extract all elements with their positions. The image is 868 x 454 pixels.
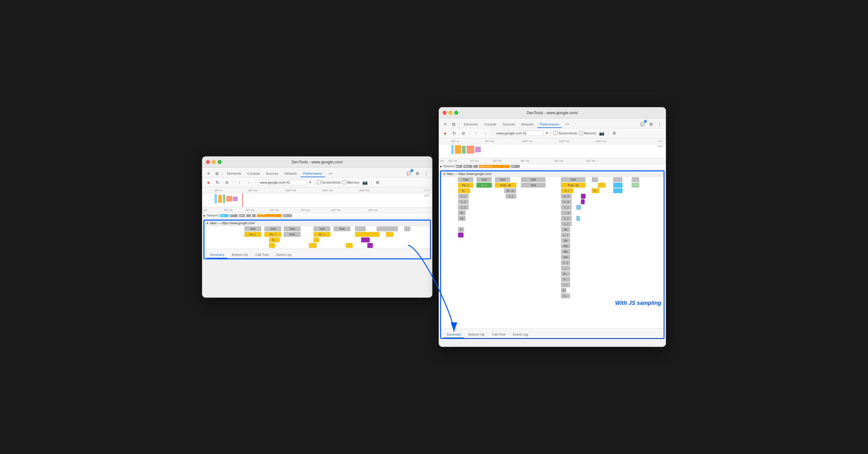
right-task-5[interactable]: Task [561, 177, 586, 182]
right-prp-2[interactable] [581, 199, 585, 204]
left-cursor-icon[interactable]: ⌖ [205, 170, 212, 177]
left-url-input[interactable] [257, 180, 307, 185]
right-clear-btn[interactable]: ⊘ [460, 130, 467, 137]
left-y3[interactable] [346, 243, 352, 248]
right-ze[interactable]: z...e [561, 199, 572, 204]
right-settings-icon[interactable]: ⚙ [647, 120, 655, 128]
left-settings-icon[interactable]: ⚙ [414, 170, 421, 177]
left-task-6[interactable] [355, 226, 366, 231]
left-record-btn[interactable]: ● [205, 179, 212, 186]
right-c-t[interactable]: C...t [476, 183, 492, 188]
right-task-1[interactable]: Task [458, 177, 473, 182]
left-y1[interactable] [269, 243, 275, 248]
left-task-8[interactable] [404, 226, 410, 231]
left-ev-t-1[interactable]: Ev...t [264, 232, 281, 237]
right-r8-2[interactable]: (...) [561, 216, 572, 221]
right-tab-call-tree[interactable]: Call Tree [489, 331, 509, 338]
left-tab-event-log[interactable]: Event Log [273, 252, 295, 258]
right-f-l[interactable]: F...l [561, 188, 573, 193]
left-task-2[interactable]: Task [264, 226, 281, 231]
left-url-dropdown[interactable]: ▼ [309, 180, 312, 184]
right-x[interactable]: X... [561, 277, 570, 282]
left-tab-elements[interactable]: Elements [225, 170, 244, 177]
left-ev-t-2[interactable]: Ev...t [313, 232, 331, 237]
right-task-2[interactable]: Task [476, 177, 492, 182]
left-tab-bottom-up[interactable]: Bottom-Up [229, 252, 251, 258]
left-tab-more[interactable]: >> [326, 170, 335, 177]
right-p1[interactable]: (...) [458, 194, 469, 199]
right-prp-p[interactable] [458, 232, 464, 237]
right-r16[interactable]: (...) [561, 260, 570, 265]
right-e[interactable]: E... [458, 188, 470, 193]
right-main-expand[interactable]: ▼ [443, 173, 446, 176]
right-tab-more[interactable]: >> [563, 121, 572, 128]
right-refresh-btn[interactable]: ↻ [451, 130, 458, 137]
right-task-3[interactable]: Task [495, 177, 510, 182]
right-tab-elements[interactable]: Elements [461, 121, 480, 128]
right-a[interactable]: A... [561, 293, 570, 299]
right-tab-performance[interactable]: Performance [537, 121, 562, 128]
right-ea[interactable]: ea [458, 216, 466, 221]
right-W[interactable]: W [458, 210, 466, 215]
right-bl-2[interactable] [613, 188, 622, 193]
right-zla[interactable]: zla [561, 227, 570, 232]
left-chat-icon[interactable]: 💬1 [405, 170, 412, 177]
left-tab-console[interactable]: Console [245, 170, 262, 177]
right-task-6[interactable] [592, 177, 598, 182]
left-ev-block2[interactable] [386, 232, 394, 237]
left-task-7[interactable] [376, 226, 398, 231]
right-minimize-button[interactable] [448, 111, 453, 115]
right-chat-icon[interactable]: 💬1 [639, 120, 646, 128]
right-ua[interactable]: _...a [561, 210, 572, 215]
right-be[interactable]: b...e [561, 194, 572, 199]
left-tab-network[interactable]: Network [282, 170, 299, 177]
right-capture-btn[interactable]: 📷 [598, 130, 606, 137]
right-r[interactable]: R... [592, 188, 599, 193]
left-task-row2[interactable]: Task [284, 232, 301, 237]
right-more-icon[interactable]: ⋮ [656, 120, 663, 128]
left-y2[interactable] [309, 243, 317, 248]
left-minimize-button[interactable] [212, 160, 216, 164]
right-close-button[interactable] [443, 111, 446, 115]
right-task-4[interactable]: Task [521, 177, 546, 182]
right-tab-summary[interactable]: Summary [443, 331, 464, 338]
left-e[interactable]: E... [269, 237, 280, 243]
right-upload-btn[interactable]: ↑ [472, 130, 480, 137]
right-memory-checkbox[interactable] [579, 131, 583, 135]
right-vla[interactable]: vla [561, 238, 570, 243]
right-blue-1[interactable] [613, 183, 622, 188]
left-purple-1[interactable] [361, 237, 370, 243]
left-download-btn[interactable]: ↓ [245, 179, 252, 186]
left-screenshots-checkbox[interactable] [317, 180, 321, 184]
right-kla[interactable]: Kla [561, 255, 570, 260]
right-d[interactable]: d [561, 288, 566, 293]
right-r6-1[interactable]: (...) [458, 205, 469, 210]
right-flame-scroll[interactable]: Task Task Task Task Task Pa...L C...t Ev… [441, 177, 663, 328]
left-tab-sources[interactable]: Sources [264, 170, 281, 177]
left-upload-btn[interactable]: ↑ [236, 179, 243, 186]
right-pa-l[interactable]: Pa...L [458, 183, 473, 188]
left-close-button[interactable] [206, 160, 210, 164]
right-url-input[interactable] [494, 131, 544, 136]
left-p2[interactable] [367, 243, 373, 248]
right-ltbl-1[interactable] [576, 205, 581, 210]
right-task-7[interactable] [613, 177, 622, 182]
right-tab-console[interactable]: Console [482, 121, 499, 128]
right-p2[interactable]: (...) [506, 194, 516, 199]
left-more-icon[interactable]: ⋮ [422, 170, 430, 177]
right-green-1[interactable] [632, 183, 639, 188]
right-eval-ipt-1[interactable]: Eval...ipt [495, 183, 516, 188]
left-maximize-button[interactable] [218, 160, 222, 164]
right-url-dropdown[interactable]: ▼ [545, 131, 548, 135]
right-r11-2[interactable]: (...) [561, 232, 570, 237]
left-layers-icon[interactable]: ⧉ [213, 170, 221, 177]
right-a-s[interactable]: (a...s) [504, 188, 516, 193]
right-n[interactable]: N... [561, 271, 570, 276]
left-refresh-btn[interactable]: ↻ [214, 179, 221, 186]
right-task-8[interactable] [632, 177, 639, 182]
right-p-cell[interactable]: p [458, 227, 464, 232]
right-ltbl-2[interactable] [576, 216, 580, 221]
right-settings-btn2[interactable]: ⚙ [611, 130, 618, 137]
left-memory-checkbox[interactable] [342, 180, 346, 184]
right-r6-2[interactable]: (...) [561, 205, 572, 210]
